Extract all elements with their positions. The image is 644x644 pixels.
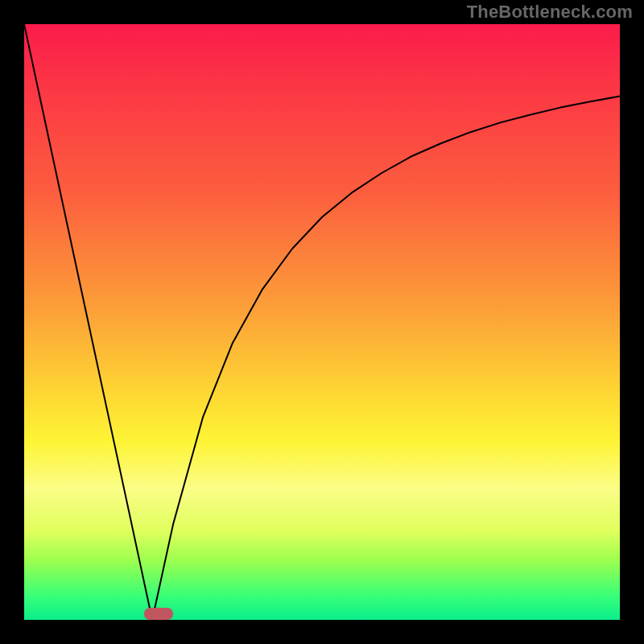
bottleneck-marker	[144, 608, 173, 620]
plot-svg	[24, 24, 620, 620]
watermark-text: TheBottleneck.com	[467, 2, 633, 23]
curve-line	[24, 24, 620, 620]
plot-area	[24, 24, 620, 620]
chart-frame: TheBottleneck.com	[0, 0, 644, 644]
